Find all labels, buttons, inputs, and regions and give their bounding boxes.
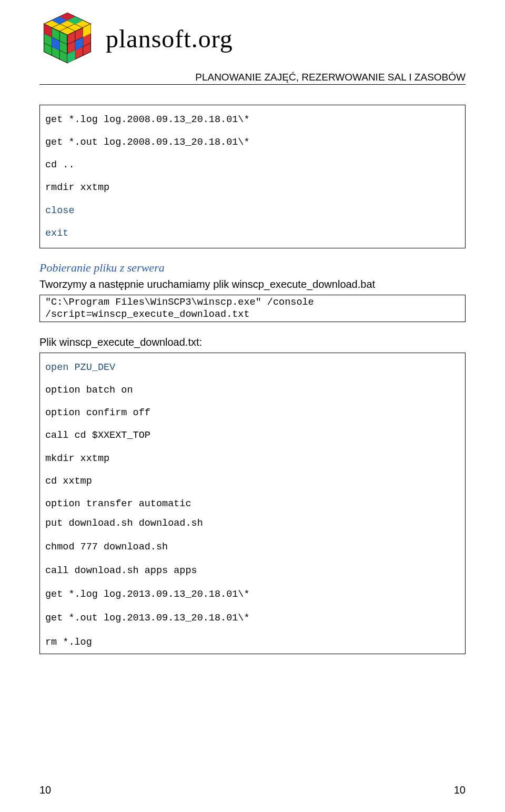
code-line: cd ..	[45, 154, 460, 176]
code-block-3: open PZU_DEV option batch on option conf…	[39, 353, 466, 654]
footer-page-right: 10	[454, 784, 466, 796]
section-heading: Pobieranie pliku z serwera	[39, 261, 466, 275]
code-line: close	[45, 199, 460, 222]
code-line: get *.out log.2008.09.13_20.18.01\*	[45, 131, 460, 154]
logo-cube-icon	[39, 11, 95, 66]
footer-page-left: 10	[39, 784, 51, 796]
code-line: open PZU_DEV	[45, 356, 460, 379]
header-divider	[39, 84, 466, 85]
code-line: rm *.log	[45, 625, 460, 650]
code-line: option batch on	[45, 379, 460, 402]
code-line: option transfer automatic	[45, 493, 460, 515]
footer: 10 10	[39, 784, 466, 796]
code-line: get *.log log.2013.09.13_20.18.01\*	[45, 577, 460, 600]
code-line: get *.out log.2013.09.13_20.18.01\*	[45, 600, 460, 624]
code-line: option confirm off	[45, 402, 460, 424]
code-line: chmod 777 download.sh	[45, 529, 460, 553]
section-intro: Tworzymy a następnie uruchamiamy plik wi…	[39, 277, 466, 292]
code-line: call download.sh apps apps	[45, 553, 460, 577]
code-block-2: "C:\Program Files\WinSCP3\winscp.exe" /c…	[39, 295, 466, 322]
code-line: cd xxtmp	[45, 470, 460, 493]
code-line: mkdir xxtmp	[45, 447, 460, 470]
code-line: call cd $XXEXT_TOP	[45, 424, 460, 447]
code-line: put download.sh download.sh	[45, 515, 460, 529]
brand-name: plansoft.org	[106, 24, 233, 53]
code-line: "C:\Program Files\WinSCP3\winscp.exe" /c…	[45, 296, 460, 320]
between-text: Plik winscp_execute_download.txt:	[39, 335, 466, 349]
header: plansoft.org	[39, 11, 466, 66]
code-line: rmdir xxtmp	[45, 176, 460, 199]
header-subtitle: PLANOWANIE ZAJĘĆ, REZERWOWANIE SAL I ZAS…	[39, 72, 466, 83]
code-line: exit	[45, 222, 460, 245]
code-block-1: get *.log log.2008.09.13_20.18.01\* get …	[39, 105, 466, 248]
code-line: get *.log log.2008.09.13_20.18.01\*	[45, 108, 460, 131]
